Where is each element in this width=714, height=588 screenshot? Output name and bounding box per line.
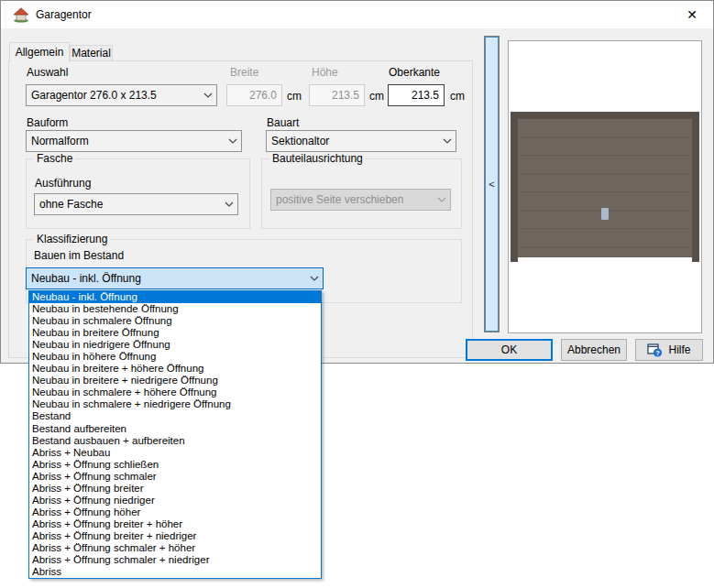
dropdown-item[interactable]: Abriss: [29, 566, 321, 578]
klassifizierung-group-label: Klassifizierung: [34, 233, 110, 245]
hoehe-label: Höhe: [312, 66, 338, 79]
door-frame-right-post: [692, 112, 699, 262]
dropdown-item[interactable]: Abriss + Öffnung breiter + niedriger: [29, 530, 321, 542]
oberkante-unit: cm: [450, 90, 465, 103]
dropdown-item[interactable]: Neubau in schmalere + niedrigere Öffnung: [29, 398, 321, 410]
dropdown-item[interactable]: Neubau in breitere + niedrigere Öffnung: [29, 375, 321, 387]
svg-text:?: ?: [656, 349, 661, 357]
dropdown-item[interactable]: Abriss + Öffnung schmaler + höher: [29, 542, 321, 554]
help-button[interactable]: ? Hilfe: [635, 339, 703, 361]
auswahl-combobox[interactable]: Garagentor 276.0 x 213.5: [26, 84, 217, 106]
bauteilausrichtung-group-label: Bauteilausrichtung: [269, 152, 366, 165]
preview-panel: [508, 40, 702, 333]
ausfuehrung-label: Ausführung: [35, 177, 91, 190]
bauform-label: Bauform: [27, 116, 68, 129]
screen: Garagentor ✕ Allgemein Material Auswahl …: [0, 0, 714, 588]
bauteilausrichtung-combobox: positive Seite verschieben: [270, 189, 451, 211]
chevron-down-icon: [443, 138, 452, 144]
tab-material[interactable]: Material: [70, 45, 113, 61]
oberkante-label: Oberkante: [389, 66, 440, 79]
help-icon: ?: [647, 343, 663, 357]
titlebar[interactable]: Garagentor ✕: [1, 1, 713, 28]
breite-label: Breite: [230, 66, 258, 79]
app-house-icon: [13, 6, 29, 23]
garage-door-preview: [511, 112, 699, 262]
dropdown-item[interactable]: Abriss + Neubau: [29, 447, 321, 459]
dropdown-item[interactable]: Neubau in niedrigere Öffnung: [29, 339, 321, 351]
chevron-down-icon: [228, 138, 237, 144]
dropdown-item[interactable]: Abriss + Öffnung breiter + höher: [29, 518, 321, 530]
cancel-button[interactable]: Abbrechen: [561, 339, 627, 361]
dropdown-item[interactable]: Abriss + Öffnung niedriger: [29, 495, 321, 506]
chevron-down-icon: [437, 197, 446, 202]
dropdown-item[interactable]: Neubau in breitere Öffnung: [29, 327, 321, 339]
dropdown-item[interactable]: Abriss + Öffnung schmaler + niedriger: [29, 554, 321, 566]
breite-unit: cm: [287, 90, 302, 103]
dropdown-item[interactable]: Bestand ausbauen + aufbereiten: [29, 435, 321, 447]
dropdown-item[interactable]: Abriss + Öffnung breiter: [29, 483, 321, 495]
door-frame-left-post: [511, 112, 518, 262]
dropdown-item[interactable]: Neubau in bestehende Öffnung: [29, 303, 321, 315]
chevron-down-icon: [203, 93, 213, 98]
breite-field: 276.0: [226, 84, 282, 106]
bauart-label: Bauart: [267, 116, 299, 129]
chevron-down-icon: [310, 276, 319, 281]
ausfuehrung-combobox[interactable]: ohne Fasche: [34, 193, 238, 215]
door-handle: [601, 208, 609, 220]
dropdown-item[interactable]: Neubau in schmalere + höhere Öffnung: [29, 387, 321, 398]
dropdown-item[interactable]: Neubau in höhere Öffnung: [29, 351, 321, 363]
dropdown-item[interactable]: Abriss + Öffnung schließen: [29, 459, 321, 471]
bauart-combobox[interactable]: Sektionaltor: [266, 130, 456, 152]
bauen-im-bestand-label: Bauen im Bestand: [34, 249, 124, 262]
bauform-combobox[interactable]: Normalform: [26, 130, 242, 152]
collapse-preview-button[interactable]: <: [484, 36, 500, 332]
dropdown-item[interactable]: Neubau in breitere + höhere Öffnung: [29, 363, 321, 375]
hoehe-unit: cm: [369, 90, 384, 103]
dropdown-item[interactable]: Neubau in schmalere Öffnung: [29, 315, 321, 327]
dropdown-item[interactable]: Abriss + Öffnung höher: [29, 506, 321, 518]
ok-button[interactable]: OK: [466, 339, 553, 361]
tab-allgemein[interactable]: Allgemein: [9, 42, 70, 62]
dropdown-item[interactable]: Neubau - inkl. Öffnung: [29, 291, 321, 303]
dropdown-item[interactable]: Abriss + Öffnung schmaler: [29, 471, 321, 483]
fasche-group-label: Fasche: [34, 152, 75, 165]
klassifizierung-dropdown-list[interactable]: Neubau - inkl. ÖffnungNeubau in bestehen…: [28, 290, 322, 579]
close-icon[interactable]: ✕: [678, 5, 706, 25]
oberkante-field[interactable]: 213.5: [388, 84, 445, 106]
collapse-arrow-icon: <: [489, 179, 494, 190]
dropdown-item[interactable]: Bestand: [29, 410, 321, 422]
door-frame-lintel: [511, 112, 699, 119]
dropdown-item[interactable]: Bestand aufbereiten: [29, 423, 321, 435]
hoehe-field: 213.5: [309, 84, 365, 106]
window-title: Garagentor: [36, 8, 92, 21]
door-panel: [518, 119, 692, 257]
klassifizierung-combobox[interactable]: Neubau - inkl. Öffnung: [26, 267, 324, 289]
chevron-down-icon: [225, 201, 234, 207]
auswahl-label: Auswahl: [27, 66, 68, 79]
